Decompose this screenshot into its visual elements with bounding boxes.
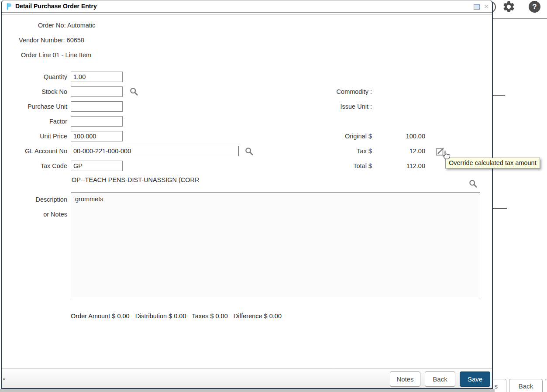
quantity-input[interactable] — [71, 72, 123, 82]
description-label-line2: or Notes — [2, 209, 67, 220]
background-back-button[interactable]: Back — [509, 379, 543, 392]
modal-shadow — [0, 389, 495, 392]
purchase-unit-input[interactable] — [71, 101, 123, 112]
dialog-footer: Notes Back Save — [2, 368, 492, 388]
factor-label: Factor — [2, 116, 67, 127]
description-search-icon[interactable] — [468, 179, 478, 188]
gl-account-label: GL Account No — [2, 146, 67, 156]
app-logo-icon — [6, 3, 12, 10]
stock-no-input[interactable] — [71, 86, 123, 97]
order-line-line: Order Line 01 - Line Item — [21, 52, 91, 58]
save-button[interactable]: Save — [460, 371, 490, 387]
back-button[interactable]: Back — [425, 371, 455, 387]
notes-button[interactable]: Notes — [390, 371, 420, 387]
issue-unit-label: Issue Unit : — [306, 103, 372, 110]
tax-code-input[interactable] — [71, 161, 123, 171]
gl-account-description: OP--TEACH PENS-DIST-UNASSIGN (CORR — [72, 176, 199, 183]
unit-price-label: Unit Price — [2, 131, 67, 141]
original-amount-label: Original $ — [306, 132, 372, 140]
total-amount-label: Total $ — [306, 162, 372, 170]
maximize-icon[interactable] — [474, 4, 480, 10]
gl-account-search-icon[interactable] — [244, 147, 254, 156]
dialog-title: Detail Purchase Order Entry — [15, 3, 97, 10]
tax-code-label: Tax Code — [2, 161, 67, 171]
unit-price-input[interactable] — [71, 131, 123, 141]
summary-totals: Order Amount $ 0.00 Distribution $ 0.00 … — [71, 313, 282, 320]
screen: ? s Back Detail Purchase Order Entry × O… — [0, 0, 547, 392]
titlebar-groove — [2, 14, 492, 14]
factor-input[interactable] — [71, 116, 123, 127]
dialog-titlebar: Detail Purchase Order Entry × — [2, 0, 492, 13]
gl-account-input[interactable] — [71, 146, 239, 156]
purchase-unit-label: Purchase Unit — [2, 101, 67, 112]
background-header-divider — [493, 18, 547, 19]
total-amount-value: 112.00 — [373, 162, 425, 170]
original-amount-value: 100.00 — [373, 132, 425, 140]
background-line — [493, 95, 505, 96]
background-line — [493, 208, 507, 209]
quantity-label: Quantity — [2, 72, 67, 82]
override-tax-tooltip: Override calculated tax amount — [445, 158, 540, 168]
stock-no-search-icon[interactable] — [129, 87, 138, 96]
description-notes-textarea[interactable]: grommets — [71, 192, 480, 297]
close-icon[interactable]: × — [482, 1, 490, 12]
commodity-label: Commodity : — [306, 88, 372, 96]
description-label-line1: Description — [2, 194, 67, 205]
tax-amount-label: Tax $ — [306, 147, 372, 155]
gear-icon[interactable] — [502, 0, 516, 14]
detail-purchase-order-entry-dialog: Detail Purchase Order Entry × Order No: … — [1, 0, 493, 389]
vendor-number-line: Vendor Number: 60658 — [19, 37, 84, 44]
stock-no-label: Stock No — [2, 86, 67, 97]
background-partial-button-edge — [545, 379, 547, 392]
tax-amount-value: 12.00 — [373, 147, 425, 155]
taxes-total: Taxes $ 0.00 — [192, 313, 228, 320]
hand-cursor-icon — [440, 149, 451, 162]
order-no-line: Order No: Automatic — [38, 22, 95, 29]
resize-dot — [3, 378, 5, 380]
order-amount-total: Order Amount $ 0.00 — [71, 313, 130, 320]
help-icon[interactable]: ? — [529, 1, 540, 13]
difference-total: Difference $ 0.00 — [234, 313, 282, 320]
distribution-total: Distribution $ 0.00 — [135, 313, 186, 320]
